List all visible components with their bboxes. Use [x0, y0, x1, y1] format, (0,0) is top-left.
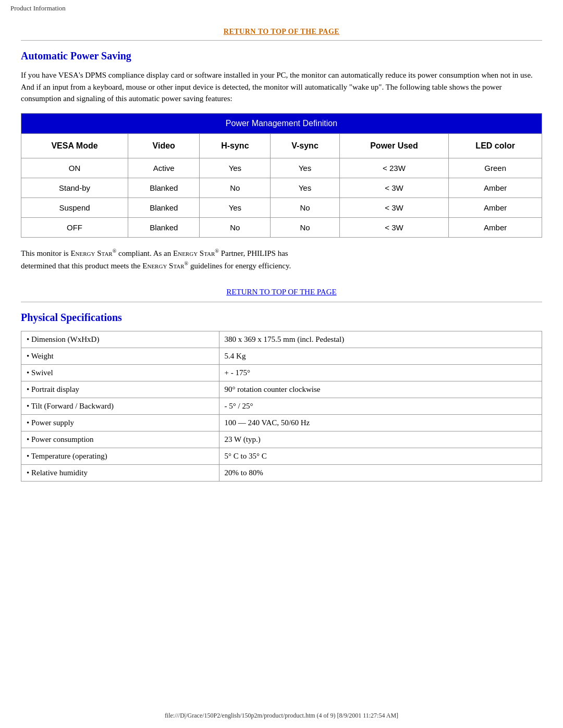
- spec-value-humidity: 20% to 80%: [219, 464, 542, 481]
- cell-led-1: Amber: [449, 178, 542, 198]
- registered-mark-3: ®: [185, 261, 189, 266]
- spec-value-portrait: 90° rotation counter clockwise: [219, 381, 542, 398]
- table-row: • Power consumption 23 W (typ.): [21, 431, 542, 448]
- cell-led-3: Amber: [449, 217, 542, 237]
- cell-power-2: < 3W: [339, 198, 449, 217]
- spec-label-humidity: • Relative humidity: [21, 464, 219, 481]
- table-title-row: Power Management Definition: [21, 113, 542, 133]
- return-to-top-link-1[interactable]: RETURN TO TOP OF THE PAGE: [21, 27, 542, 36]
- cell-vsync-1: Yes: [271, 178, 339, 198]
- cell-vsync-2: No: [271, 198, 339, 217]
- spec-label-portrait: • Portrait display: [21, 381, 219, 398]
- table-row: • Relative humidity 20% to 80%: [21, 464, 542, 481]
- physical-specs-table: • Dimension (WxHxD) 380 x 369 x 175.5 mm…: [21, 331, 542, 482]
- spec-value-dimension: 380 x 369 x 175.5 mm (incl. Pedestal): [219, 331, 542, 348]
- table-row: • Power supply 100 — 240 VAC, 50/60 Hz: [21, 414, 542, 431]
- return-to-top-link-2[interactable]: RETURN TO TOP OF THE PAGE: [21, 288, 542, 297]
- cell-vesa-3: OFF: [21, 217, 128, 237]
- spec-label-tilt: • Tilt (Forward / Backward): [21, 398, 219, 414]
- cell-power-1: < 3W: [339, 178, 449, 198]
- auto-power-body: If you have VESA's DPMS compliance displ…: [21, 69, 542, 105]
- cell-vsync-3: No: [271, 217, 339, 237]
- spec-value-temperature: 5° C to 35° C: [219, 448, 542, 464]
- cell-video-3: Blanked: [128, 217, 200, 237]
- cell-video-1: Blanked: [128, 178, 200, 198]
- power-management-table: Power Management Definition VESA Mode Vi…: [21, 113, 542, 238]
- spec-value-weight: 5.4 Kg: [219, 348, 542, 364]
- table-row: • Portrait display 90° rotation counter …: [21, 381, 542, 398]
- col-header-vesa: VESA Mode: [21, 133, 128, 158]
- spec-value-tilt: - 5° / 25°: [219, 398, 542, 414]
- table-row: • Swivel + - 175°: [21, 364, 542, 381]
- energy-star-label-2: Energy Star: [173, 249, 215, 257]
- breadcrumb: Product Information: [0, 0, 563, 17]
- spec-value-power-consumption: 23 W (typ.): [219, 431, 542, 448]
- table-row: • Weight 5.4 Kg: [21, 348, 542, 364]
- col-header-video: Video: [128, 133, 200, 158]
- cell-vesa-2: Suspend: [21, 198, 128, 217]
- cell-vesa-0: ON: [21, 158, 128, 178]
- cell-hsync-0: Yes: [200, 158, 271, 178]
- col-header-vsync: V-sync: [271, 133, 339, 158]
- spec-value-swivel: + - 175°: [219, 364, 542, 381]
- auto-power-title: Automatic Power Saving: [21, 50, 542, 62]
- energy-star-label-1: Energy Star: [70, 249, 112, 257]
- cell-led-2: Amber: [449, 198, 542, 217]
- footer-text: file:///D|/Grace/150P2/english/150p2m/pr…: [0, 709, 563, 723]
- table-row: ON Active Yes Yes < 23W Green: [21, 158, 542, 178]
- return-link-anchor-1[interactable]: RETURN TO TOP OF THE PAGE: [224, 28, 339, 35]
- energy-star-text: This monitor is Energy Star® compliant. …: [21, 247, 542, 272]
- cell-led-0: Green: [449, 158, 542, 178]
- table-column-headers: VESA Mode Video H-sync V-sync Power Used…: [21, 133, 542, 158]
- table-row: • Dimension (WxHxD) 380 x 369 x 175.5 mm…: [21, 331, 542, 348]
- spec-label-dimension: • Dimension (WxHxD): [21, 331, 219, 348]
- spec-label-power-consumption: • Power consumption: [21, 431, 219, 448]
- spec-value-power-supply: 100 — 240 VAC, 50/60 Hz: [219, 414, 542, 431]
- cell-video-0: Active: [128, 158, 200, 178]
- table-row: • Tilt (Forward / Backward) - 5° / 25°: [21, 398, 542, 414]
- col-header-power: Power Used: [339, 133, 449, 158]
- table-row: OFF Blanked No No < 3W Amber: [21, 217, 542, 237]
- cell-hsync-3: No: [200, 217, 271, 237]
- table-title-cell: Power Management Definition: [21, 113, 542, 133]
- col-header-hsync: H-sync: [200, 133, 271, 158]
- cell-hsync-2: Yes: [200, 198, 271, 217]
- spec-label-power-supply: • Power supply: [21, 414, 219, 431]
- spec-label-temperature: • Temperature (operating): [21, 448, 219, 464]
- table-row: Stand-by Blanked No Yes < 3W Amber: [21, 178, 542, 198]
- registered-mark-1: ®: [113, 248, 117, 254]
- table-row: • Temperature (operating) 5° C to 35° C: [21, 448, 542, 464]
- table-row: Suspend Blanked Yes No < 3W Amber: [21, 198, 542, 217]
- cell-hsync-1: No: [200, 178, 271, 198]
- physical-specs-title: Physical Specifications: [21, 312, 542, 324]
- spec-label-swivel: • Swivel: [21, 364, 219, 381]
- cell-vsync-0: Yes: [271, 158, 339, 178]
- divider-1: [21, 40, 542, 41]
- spec-label-weight: • Weight: [21, 348, 219, 364]
- registered-mark-2: ®: [215, 248, 219, 254]
- energy-star-label-3: Energy Star: [142, 262, 184, 270]
- cell-video-2: Blanked: [128, 198, 200, 217]
- return-link-anchor-2[interactable]: RETURN TO TOP OF THE PAGE: [226, 288, 336, 296]
- col-header-led: LED color: [449, 133, 542, 158]
- cell-power-0: < 23W: [339, 158, 449, 178]
- divider-2: [21, 302, 542, 302]
- cell-vesa-1: Stand-by: [21, 178, 128, 198]
- cell-power-3: < 3W: [339, 217, 449, 237]
